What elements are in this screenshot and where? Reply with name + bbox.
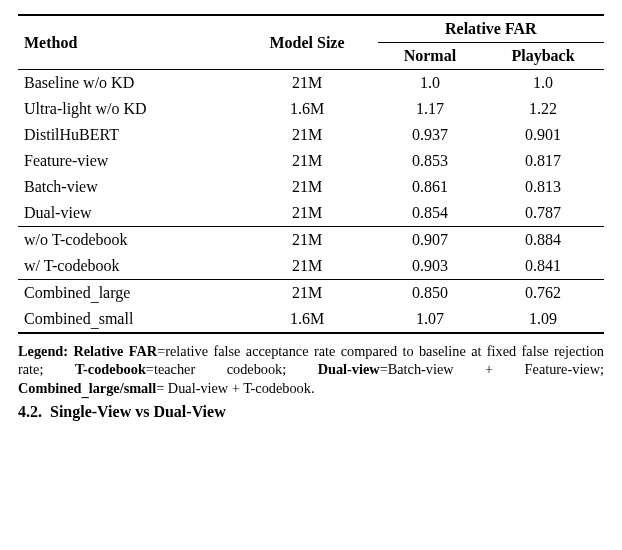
cell-size: 21M — [236, 70, 377, 97]
legend-key-relfar: Relative FAR — [73, 343, 157, 359]
cell-normal: 1.07 — [378, 306, 483, 333]
cell-playback: 1.22 — [482, 96, 604, 122]
cell-method: Combined_large — [18, 280, 236, 307]
table-row: Baseline w/o KD 21M 1.0 1.0 — [18, 70, 604, 97]
cell-size: 1.6M — [236, 96, 377, 122]
section-heading: 4.2. Single-View vs Dual-View — [18, 403, 604, 421]
section-title: Single-View vs Dual-View — [50, 403, 226, 420]
cell-playback: 0.787 — [482, 200, 604, 227]
table-row: Feature-view 21M 0.853 0.817 — [18, 148, 604, 174]
cell-normal: 1.0 — [378, 70, 483, 97]
cell-normal: 0.850 — [378, 280, 483, 307]
legend-val-combined: = Dual-view + T-codebook. — [156, 380, 314, 396]
cell-size: 21M — [236, 174, 377, 200]
col-method: Method — [18, 15, 236, 70]
cell-normal: 1.17 — [378, 96, 483, 122]
table-row: Combined_small 1.6M 1.07 1.09 — [18, 306, 604, 333]
cell-normal: 0.907 — [378, 227, 483, 254]
cell-playback: 0.817 — [482, 148, 604, 174]
cell-playback: 0.841 — [482, 253, 604, 280]
cell-playback: 0.884 — [482, 227, 604, 254]
cell-playback: 1.09 — [482, 306, 604, 333]
cell-playback: 0.762 — [482, 280, 604, 307]
cell-playback: 1.0 — [482, 70, 604, 97]
legend-val-tcodebook: =teacher codebook; — [146, 361, 286, 377]
table-legend: Legend: Relative FAR=relative false acce… — [18, 342, 604, 397]
table-row: w/ T-codebook 21M 0.903 0.841 — [18, 253, 604, 280]
section-number: 4.2. — [18, 403, 42, 420]
cell-normal: 0.861 — [378, 174, 483, 200]
cell-method: Ultra-light w/o KD — [18, 96, 236, 122]
cell-size: 1.6M — [236, 306, 377, 333]
table-row: Combined_large 21M 0.850 0.762 — [18, 280, 604, 307]
table-row: Dual-view 21M 0.854 0.787 — [18, 200, 604, 227]
col-normal: Normal — [378, 43, 483, 70]
table-row: Ultra-light w/o KD 1.6M 1.17 1.22 — [18, 96, 604, 122]
cell-method: Feature-view — [18, 148, 236, 174]
cell-playback: 0.901 — [482, 122, 604, 148]
cell-size: 21M — [236, 227, 377, 254]
legend-val-dualview: =Batch-view + Feature-view; — [380, 361, 604, 377]
legend-key-combined: Combined_large/small — [18, 380, 156, 399]
legend-key-tcodebook: T-codebook — [75, 361, 146, 377]
cell-method: Baseline w/o KD — [18, 70, 236, 97]
cell-normal: 0.937 — [378, 122, 483, 148]
results-table: Method Model Size Relative FAR Normal Pl… — [18, 14, 604, 334]
cell-size: 21M — [236, 200, 377, 227]
cell-method: Dual-view — [18, 200, 236, 227]
cell-method: DistilHuBERT — [18, 122, 236, 148]
cell-normal: 0.853 — [378, 148, 483, 174]
col-model-size: Model Size — [236, 15, 377, 70]
cell-size: 21M — [236, 253, 377, 280]
cell-method: w/ T-codebook — [18, 253, 236, 280]
table-row: Batch-view 21M 0.861 0.813 — [18, 174, 604, 200]
cell-size: 21M — [236, 148, 377, 174]
cell-normal: 0.903 — [378, 253, 483, 280]
cell-method: w/o T-codebook — [18, 227, 236, 254]
cell-size: 21M — [236, 122, 377, 148]
table-row: w/o T-codebook 21M 0.907 0.884 — [18, 227, 604, 254]
cell-method: Batch-view — [18, 174, 236, 200]
table-row: DistilHuBERT 21M 0.937 0.901 — [18, 122, 604, 148]
cell-method: Combined_small — [18, 306, 236, 333]
cell-size: 21M — [236, 280, 377, 307]
col-group-relative-far: Relative FAR — [378, 15, 604, 43]
col-playback: Playback — [482, 43, 604, 70]
legend-key-dualview: Dual-view — [318, 361, 380, 377]
cell-normal: 0.854 — [378, 200, 483, 227]
cell-playback: 0.813 — [482, 174, 604, 200]
legend-label: Legend: — [18, 343, 68, 359]
